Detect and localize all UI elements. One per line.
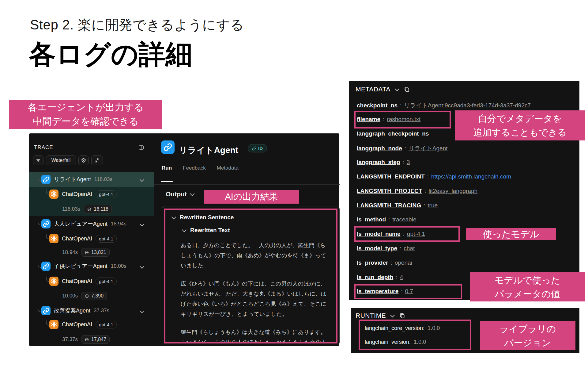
openai-icon bbox=[49, 234, 58, 243]
tab-feedback[interactable]: Feedback bbox=[183, 165, 206, 171]
trace-row-improvement-agent[interactable]: 改善提案Agent 37.37s bbox=[41, 305, 109, 316]
openai-icon bbox=[49, 277, 58, 286]
tab-run[interactable]: Run bbox=[162, 165, 172, 171]
metadata-row: langgraph_checkpoint_ns bbox=[357, 130, 434, 138]
tab-metadata[interactable]: Metadata bbox=[217, 165, 239, 171]
metadata-value-link[interactable]: traceable bbox=[392, 216, 416, 223]
trace-row-rewrite-agent[interactable]: リライトAgent 118.03s bbox=[41, 174, 112, 185]
metadata-row: checkpoint_ns : リライトAgent:9cc9ada3-fed3-… bbox=[357, 102, 531, 109]
trace-panel: TRACE Waterfall ⚙ リライトAgent 118.03s Chat… bbox=[29, 133, 154, 346]
runtime-title: RUNTIME bbox=[356, 312, 386, 319]
token-count-badge: 7,390 bbox=[81, 292, 107, 300]
langsmith-screenshot: TRACE Waterfall ⚙ リライトAgent 118.03s Chat… bbox=[29, 133, 339, 346]
metadata-row: ls_model_name : gpt-4.1 bbox=[357, 231, 425, 239]
runtime-panel-header: RUNTIME bbox=[356, 312, 405, 319]
token-count-badge: 16,118 bbox=[84, 205, 112, 213]
annotation-intermediate-data: 各エージェントが出力する 中間データを確認できる bbox=[9, 100, 162, 129]
chain-icon bbox=[41, 219, 51, 228]
copy-icon[interactable] bbox=[399, 312, 405, 319]
openai-icon bbox=[49, 320, 58, 329]
metadata-value-link[interactable]: 3 bbox=[407, 159, 410, 166]
token-coin-icon bbox=[85, 294, 89, 298]
metadata-value-link[interactable]: openai bbox=[395, 259, 412, 266]
trace-row-token-stats: 118.03s 16,118 bbox=[62, 204, 112, 214]
collapse-all-button[interactable] bbox=[91, 155, 103, 165]
chain-icon bbox=[41, 175, 51, 184]
waterfall-button[interactable]: Waterfall bbox=[46, 155, 76, 165]
panel-toggle-icon[interactable] bbox=[138, 144, 144, 152]
chevron-down-icon[interactable] bbox=[390, 312, 395, 317]
annotation-used-model: 使ったモデル bbox=[466, 228, 556, 240]
metadata-row: LANGSMITH_ENDPOINT : https://api.smith.l… bbox=[357, 173, 511, 181]
token-coin-icon bbox=[85, 337, 89, 342]
trace-tree-guide-line bbox=[38, 167, 38, 344]
metadata-value-link[interactable]: lit2easy_langgraph bbox=[429, 188, 478, 194]
metadata-title: METADATA bbox=[356, 86, 390, 93]
link-icon bbox=[252, 146, 256, 151]
trace-row-chatopenai[interactable]: ChatOpenAI gpt-4.1 bbox=[49, 276, 117, 286]
metadata-value-link[interactable]: true bbox=[428, 202, 438, 209]
token-coin-icon bbox=[87, 207, 92, 212]
chevron-down-icon bbox=[140, 309, 145, 313]
paragraph: 羅生門《らしょうもん》は大きな道《みち》にあります。ふつうなら、この男の人のほか… bbox=[181, 327, 328, 343]
active-tab-underline bbox=[161, 181, 173, 182]
chevron-down-icon bbox=[140, 264, 145, 269]
paragraph: ある日、夕方のことでした。一人の男の人が、羅生門《らしょうもん》の下で、雨《あめ… bbox=[181, 240, 328, 271]
id-badge[interactable]: ID bbox=[248, 144, 267, 152]
rewritten-sentence-toggle[interactable]: Rewritten Sentence bbox=[172, 214, 328, 221]
metadata-row: ls_method : traceable bbox=[357, 216, 416, 224]
rewritten-text-toggle[interactable]: Rewritten Text bbox=[183, 227, 328, 234]
run-detail-panel: リライトAgent ID Run Feedback Metadata Outpu… bbox=[154, 133, 340, 346]
copy-icon[interactable] bbox=[404, 86, 410, 93]
run-title: リライトAgent bbox=[179, 144, 238, 156]
runtime-row: langchain_core_version:1.0.0 bbox=[365, 325, 440, 333]
annotation-model-params: モデルで使った パラメータの値 bbox=[470, 272, 585, 301]
token-count-badge: 17,847 bbox=[81, 335, 110, 344]
filter-button[interactable] bbox=[33, 155, 43, 165]
chain-icon bbox=[41, 306, 51, 315]
metadata-row: LANGSMITH_TRACING : true bbox=[357, 202, 438, 210]
metadata-value-link[interactable]: rashomon.txt bbox=[387, 116, 420, 123]
chain-icon bbox=[161, 140, 175, 154]
divider bbox=[154, 184, 340, 185]
metadata-row: ls_temperature : 0.7 bbox=[357, 288, 413, 296]
step-label: Step 2. 楽に開発できるようにする bbox=[30, 16, 244, 34]
metadata-value-link[interactable]: リライトAgent:9cc9ada3-fed3-174d-3a37-d92c7 bbox=[404, 102, 531, 109]
metadata-row: ls_provider : openai bbox=[357, 259, 412, 267]
annotation-ai-output: AIの出力結果 bbox=[204, 190, 299, 204]
chevron-down-icon bbox=[190, 191, 195, 196]
trace-row-token-stats: 10.00s 7,390 bbox=[62, 291, 107, 301]
metadata-row: ls_model_type : chat bbox=[357, 245, 415, 253]
chevron-down-icon[interactable] bbox=[394, 86, 399, 91]
token-count-badge: 13,821 bbox=[81, 248, 110, 257]
runtime-row: langchain_version:1.0.0 bbox=[365, 339, 426, 347]
metadata-row: filename : rashomon.txt bbox=[357, 116, 420, 124]
chevron-down-icon bbox=[182, 228, 187, 232]
trace-row-chatopenai[interactable]: ChatOpenAI gpt-4.1 bbox=[49, 319, 117, 330]
trace-row-child-reviewer-agent[interactable]: 子供レビュアーAgent 10.00s bbox=[41, 261, 126, 271]
output-section-toggle[interactable]: Output bbox=[166, 190, 194, 198]
openai-icon bbox=[49, 190, 58, 199]
metadata-row: LANGSMITH_PROJECT : lit2easy_langgraph bbox=[357, 188, 477, 196]
trace-row-chatopenai[interactable]: ChatOpenAI gpt-4.1 bbox=[49, 233, 117, 244]
annotation-add-metadata: 自分でメタデータを 追加することもできる bbox=[455, 110, 585, 140]
metadata-value-link[interactable]: 0.7 bbox=[405, 288, 413, 295]
trace-row-adult-reviewer-agent[interactable]: 大人レビュアーAgent 18.94s bbox=[41, 219, 126, 229]
metadata-row: langgraph_step : 3 bbox=[357, 159, 410, 167]
chain-icon bbox=[41, 262, 51, 271]
metadata-value-link[interactable]: gpt-4.1 bbox=[407, 231, 425, 237]
metadata-panel-header: METADATA bbox=[356, 86, 410, 93]
metadata-value-link[interactable]: 4 bbox=[400, 274, 403, 281]
metadata-value-link[interactable]: リライトAgent bbox=[409, 144, 447, 152]
metadata-value-link[interactable]: chat bbox=[404, 245, 415, 252]
rewritten-text-content: ある日、夕方のことでした。一人の男の人が、羅生門《らしょうもん》の下で、雨《あめ… bbox=[181, 240, 328, 343]
metadata-value-link[interactable]: https://api.smith.langchain.com bbox=[431, 173, 511, 180]
trace-row-token-stats: 18.94s 13,821 bbox=[62, 247, 110, 258]
trace-row-token-stats: 37.37s 17,847 bbox=[62, 334, 110, 345]
gear-icon-button[interactable]: ⚙ bbox=[78, 155, 89, 165]
page-title: 各ログの詳細 bbox=[29, 36, 192, 73]
paragraph: 広《ひろ》い門《もん》の下には、この男の人のほかに、だれもいません。ただ、大きな… bbox=[181, 279, 328, 319]
token-coin-icon bbox=[85, 250, 89, 255]
trace-row-chatopenai[interactable]: ChatOpenAI gpt-4.1 bbox=[49, 189, 117, 199]
chevron-down-icon bbox=[172, 215, 176, 220]
